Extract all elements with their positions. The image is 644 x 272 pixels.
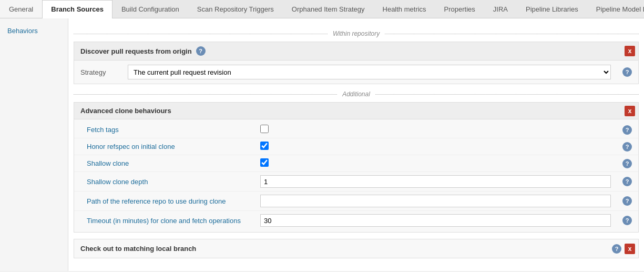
clone-row-shallow-clone-depth: Shallow clone depth? — [74, 172, 638, 192]
pr-block-header: Discover pull requests from origin ? x — [74, 42, 638, 61]
clone-input-area-fetch-tags — [260, 125, 611, 135]
clone-help-icon-ref-repo-path[interactable]: ? — [622, 196, 632, 206]
clone-help-icon-honor-refspec[interactable]: ? — [622, 142, 632, 152]
within-repository-label: Within repository — [333, 30, 380, 37]
checkout-help-icon[interactable]: ? — [612, 244, 621, 254]
clone-input-area-honor-refspec — [260, 142, 611, 152]
advanced-clone-remove-button[interactable]: x — [625, 106, 635, 116]
clone-label-shallow-clone-depth: Shallow clone depth — [87, 178, 255, 186]
clone-help-icon-shallow-clone[interactable]: ? — [622, 159, 632, 168]
tab-scan-repository-triggers[interactable]: Scan Repository Triggers — [188, 0, 283, 18]
sidebar-item-behaviors[interactable]: Behaviors — [0, 24, 68, 38]
clone-input-area-ref-repo-path — [260, 195, 611, 207]
content-area: Within repository Discover pull requests… — [68, 18, 644, 271]
clone-help-col-shallow-clone: ? — [616, 159, 632, 168]
checkout-header: Check out to matching local branch x ? — [74, 239, 638, 258]
clone-help-col-shallow-clone-depth: ? — [616, 177, 632, 186]
clone-input-ref-repo-path[interactable] — [260, 195, 611, 207]
within-repository-divider: Within repository — [74, 30, 639, 37]
advanced-clone-block: Advanced clone behaviours x Fetch tags?H… — [74, 102, 639, 233]
advanced-clone-content: Fetch tags?Honor refspec on initial clon… — [74, 119, 638, 232]
clone-row-timeout: Timeout (in minutes) for clone and fetch… — [74, 211, 638, 230]
strategy-select[interactable]: Merging the pull request with the curren… — [128, 65, 611, 79]
tab-pipeline-model-d[interactable]: Pipeline Model D — [587, 0, 644, 18]
checkout-remove-button[interactable]: x — [625, 244, 635, 254]
clone-input-shallow-clone-depth[interactable] — [260, 175, 611, 188]
pr-block: Discover pull requests from origin ? x S… — [74, 42, 639, 84]
clone-row-honor-refspec: Honor refspec on initial clone? — [74, 138, 638, 155]
clone-checkbox-fetch-tags[interactable] — [260, 125, 269, 133]
strategy-help-icon[interactable]: ? — [622, 67, 632, 77]
tab-bar: GeneralBranch SourcesBuild Configuration… — [0, 0, 644, 18]
clone-help-col-fetch-tags: ? — [616, 125, 632, 135]
clone-label-shallow-clone: Shallow clone — [87, 159, 255, 167]
pr-header-help-icon[interactable]: ? — [196, 46, 206, 56]
tab-jira[interactable]: JIRA — [484, 0, 517, 18]
pr-remove-icon: x — [628, 47, 632, 55]
clone-row-fetch-tags: Fetch tags? — [74, 122, 638, 138]
clone-help-icon-shallow-clone-depth[interactable]: ? — [622, 177, 632, 186]
checkout-remove-icon: x — [628, 245, 632, 253]
clone-checkbox-honor-refspec[interactable] — [260, 142, 269, 150]
sidebar: Behaviors — [0, 18, 68, 271]
clone-help-icon-fetch-tags[interactable]: ? — [622, 125, 632, 135]
clone-row-shallow-clone: Shallow clone? — [74, 155, 638, 172]
tab-pipeline-libraries[interactable]: Pipeline Libraries — [517, 0, 587, 18]
advanced-clone-remove-icon: x — [628, 107, 632, 115]
pr-block-title: Discover pull requests from origin — [80, 47, 192, 55]
additional-label: Additional — [342, 90, 370, 98]
clone-input-area-shallow-clone-depth — [260, 175, 611, 188]
clone-input-area-timeout — [260, 214, 611, 227]
checkout-title: Check out to matching local branch — [80, 245, 196, 253]
clone-row-ref-repo-path: Path of the reference repo to use during… — [74, 192, 638, 211]
clone-help-col-honor-refspec: ? — [616, 142, 632, 152]
pr-remove-button[interactable]: x — [625, 46, 635, 56]
tab-health-metrics[interactable]: Health metrics — [374, 0, 435, 18]
clone-help-col-ref-repo-path: ? — [616, 196, 632, 206]
tab-properties[interactable]: Properties — [435, 0, 484, 18]
advanced-clone-title: Advanced clone behaviours — [80, 107, 171, 115]
main-content: Behaviors Within repository Discover pul… — [0, 18, 644, 271]
strategy-row: Strategy Merging the pull request with t… — [74, 61, 638, 84]
strategy-help-col: ? — [616, 67, 632, 77]
tab-branch-sources[interactable]: Branch Sources — [42, 0, 113, 18]
advanced-clone-header: Advanced clone behaviours x — [74, 103, 638, 119]
tab-build-configuration[interactable]: Build Configuration — [113, 0, 188, 18]
additional-divider: Additional — [74, 90, 639, 98]
strategy-label: Strategy — [80, 68, 122, 76]
tab-orphaned-item-strategy[interactable]: Orphaned Item Strategy — [283, 0, 374, 18]
clone-label-timeout: Timeout (in minutes) for clone and fetch… — [87, 217, 255, 225]
clone-label-honor-refspec: Honor refspec on initial clone — [87, 143, 255, 150]
clone-input-area-shallow-clone — [260, 158, 611, 168]
clone-label-fetch-tags: Fetch tags — [87, 126, 255, 134]
clone-checkbox-shallow-clone[interactable] — [260, 158, 269, 167]
checkout-block: Check out to matching local branch x ? — [74, 239, 639, 258]
clone-input-timeout[interactable] — [260, 214, 611, 227]
clone-help-col-timeout: ? — [616, 216, 632, 225]
clone-help-icon-timeout[interactable]: ? — [622, 216, 632, 225]
clone-label-ref-repo-path: Path of the reference repo to use during… — [87, 197, 255, 205]
tab-general[interactable]: General — [0, 0, 42, 18]
